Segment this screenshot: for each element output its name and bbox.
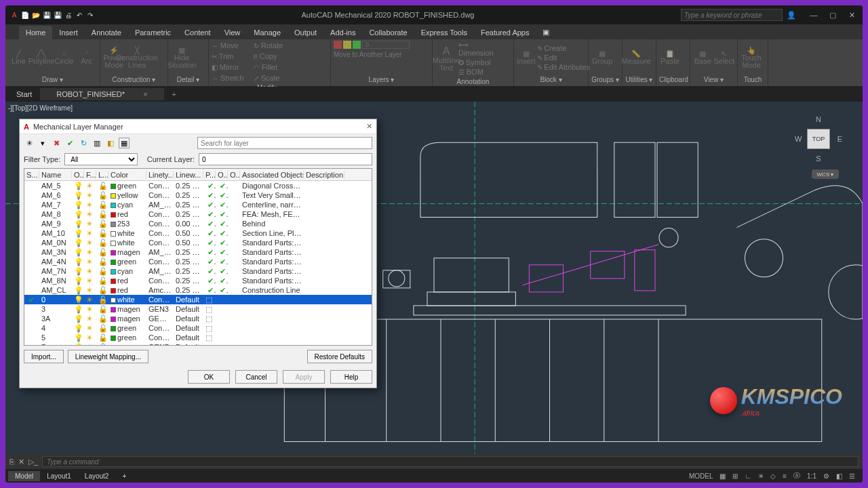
- block-edit-button[interactable]: ✎ Edit: [537, 53, 578, 62]
- status-custom-icon[interactable]: ☰: [847, 472, 857, 480]
- construction-lines-button[interactable]: ╳ConstructionLines: [126, 47, 148, 68]
- status-anno-icon[interactable]: Ⓐ: [791, 471, 802, 481]
- layer-row[interactable]: AM_8N💡☀🔓redContinu...0.25 mm✔✔Standard P…: [24, 276, 372, 285]
- plot-icon[interactable]: 🖨: [64, 10, 73, 20]
- copy-button[interactable]: ⎘ Copy: [254, 52, 294, 61]
- tab-layout2[interactable]: Layout2: [78, 471, 116, 481]
- measure-button[interactable]: 📏Measure: [625, 47, 647, 68]
- mtext-button[interactable]: AMultilineText: [435, 48, 457, 70]
- quick-access-toolbar[interactable]: A 📄 📂 💾 💾 🖨 ↶ ↷: [9, 10, 95, 20]
- panel-draw-label[interactable]: Draw ▾: [8, 75, 97, 85]
- layer-row[interactable]: AM_0N💡☀🔓whiteContinu...0.50 mm✔✔Standard…: [24, 238, 372, 247]
- new-icon[interactable]: 📄: [20, 10, 30, 20]
- command-input[interactable]: [42, 456, 859, 467]
- close-tab-icon[interactable]: ×: [135, 88, 155, 100]
- close-button[interactable]: ✕: [845, 11, 859, 20]
- layout-tabs[interactable]: Model Layout1 Layout2 + MODEL ▦ ⊞ ∟ ✳ ◇ …: [5, 469, 863, 483]
- group-button[interactable]: ▦Group: [591, 47, 613, 68]
- save-icon[interactable]: 💾: [42, 10, 52, 20]
- status-snap-icon[interactable]: ⊞: [730, 472, 740, 480]
- tab-model[interactable]: Model: [8, 471, 40, 481]
- tab-addins[interactable]: Add-ins: [323, 26, 362, 39]
- ok-button[interactable]: OK: [188, 370, 230, 384]
- layer-row[interactable]: ✔0💡☀🔓whiteContinu...Default⬚: [24, 295, 372, 304]
- move-layer-button[interactable]: Move to Another Layer: [334, 50, 429, 59]
- refresh-icon[interactable]: ↻: [78, 138, 89, 148]
- hide-situation-button[interactable]: ▦HideSituation: [171, 47, 193, 68]
- viewcube-top-face[interactable]: TOP: [807, 129, 830, 149]
- panel-utilities-label[interactable]: Utilities ▾: [625, 75, 653, 85]
- dialog-titlebar[interactable]: A Mechanical Layer Manager ✕: [20, 119, 376, 134]
- dropdown-icon[interactable]: ▾: [37, 138, 48, 148]
- polyline-button[interactable]: ╱╲Polyline: [31, 47, 52, 68]
- layer-row[interactable]: AM_6💡☀🔓yellowContinu...0.25 mm✔✔Text Ver…: [24, 190, 372, 200]
- lineweight-mapping-button[interactable]: Lineweight Mapping...: [68, 350, 149, 363]
- delete-layer-icon[interactable]: ✖: [51, 138, 62, 148]
- redo-icon[interactable]: ↷: [85, 10, 95, 20]
- tab-content[interactable]: Content: [178, 26, 218, 39]
- status-scale-icon[interactable]: 1:1: [805, 472, 818, 480]
- layer-row[interactable]: AM_8💡☀🔓redContinu...0.25 mm✔✔FEA: Mesh, …: [24, 209, 372, 219]
- tab-collaborate[interactable]: Collaborate: [362, 26, 414, 39]
- layer-row[interactable]: AM_5💡☀🔓greenContinu...0.25 mm✔✔Diagonal …: [24, 181, 372, 190]
- move-button[interactable]: ↔ Move: [212, 41, 252, 50]
- tab-manage[interactable]: Manage: [247, 26, 288, 39]
- status-model[interactable]: MODEL: [687, 472, 715, 480]
- filter-icon[interactable]: ◧: [105, 138, 116, 148]
- layer-row[interactable]: AM_9💡☀🔓253Continu...0.00 mm✔✔Behind: [24, 219, 372, 228]
- layer-row[interactable]: AM_3N💡☀🔓magenAM_ISO...0.25 mm✔✔Standard …: [24, 247, 372, 257]
- layer-dropdown[interactable]: 0: [362, 41, 410, 49]
- tab-start[interactable]: Start: [8, 88, 40, 100]
- layer-row[interactable]: 3💡☀🔓magenGEN3Default⬚: [24, 304, 372, 314]
- status-polar-icon[interactable]: ✳: [756, 472, 766, 480]
- app-menu-icon[interactable]: A: [9, 10, 19, 20]
- tab-express[interactable]: Express Tools: [414, 26, 474, 39]
- command-bar[interactable]: ⎘ ✕ ▷_: [5, 454, 863, 469]
- status-gear-icon[interactable]: ⚙: [821, 472, 831, 480]
- status-lw-icon[interactable]: ≡: [781, 472, 789, 480]
- scale-button[interactable]: ⤢ Scale: [254, 73, 294, 83]
- base-button[interactable]: ▦Base: [693, 47, 712, 68]
- tab-parametric[interactable]: Parametric: [128, 26, 178, 39]
- view-cube[interactable]: N S W E TOP: [795, 115, 842, 163]
- status-grid-icon[interactable]: ▦: [717, 472, 728, 480]
- tab-annotate[interactable]: Annotate: [85, 26, 128, 39]
- panel-block-label[interactable]: Block ▾: [517, 75, 585, 85]
- panel-construction-label[interactable]: Construction ▾: [103, 75, 165, 85]
- trim-button[interactable]: ✂ Trim: [212, 52, 252, 61]
- tab-insert[interactable]: Insert: [52, 26, 85, 39]
- layer-grid[interactable]: S... Name O... F... L... Color Linety...…: [24, 168, 372, 346]
- doc-tabs[interactable]: Start ROBOT_FINISHED* × +: [5, 87, 863, 102]
- new-layer-icon[interactable]: ✳: [24, 138, 35, 148]
- restore-defaults-button[interactable]: Restore Defaults: [307, 350, 372, 363]
- cmd-close-icon[interactable]: ✕: [18, 458, 24, 466]
- status-ortho-icon[interactable]: ∟: [743, 472, 753, 480]
- cmd-custom-icon[interactable]: ⎘: [9, 458, 14, 466]
- set-current-icon[interactable]: ✔: [64, 138, 75, 148]
- layer-search-input[interactable]: [197, 137, 372, 149]
- layer-row[interactable]: 4💡☀🔓greenContinu...Default⬚: [24, 323, 372, 333]
- tab-home[interactable]: Home: [19, 26, 52, 39]
- arc-button[interactable]: ◜Arc: [76, 47, 97, 68]
- layer-row[interactable]: 7💡☀🔓cyanGEN7Default⬚: [24, 342, 372, 345]
- minimize-button[interactable]: —: [807, 11, 821, 20]
- mirror-button[interactable]: ◧ Mirror: [212, 62, 252, 72]
- dialog-close-button[interactable]: ✕: [366, 122, 372, 131]
- layer-row[interactable]: 3A💡☀🔓magenGEN3ADefault⬚: [24, 314, 372, 323]
- line-button[interactable]: ╱Line: [8, 47, 29, 68]
- current-layer-field[interactable]: [199, 153, 372, 165]
- wcs-dropdown[interactable]: WCS ▾: [812, 169, 839, 179]
- states-icon[interactable]: ▥: [92, 138, 102, 148]
- settings-icon[interactable]: ▦: [119, 138, 130, 148]
- new-tab-button[interactable]: +: [164, 88, 180, 100]
- circle-button[interactable]: ○Circle: [54, 47, 75, 68]
- grid-header[interactable]: S... Name O... F... L... Color Linety...…: [24, 169, 372, 181]
- filter-type-select[interactable]: All: [64, 153, 138, 165]
- panel-layers-label[interactable]: Layers ▾: [334, 75, 429, 85]
- layer-row[interactable]: AM_7N💡☀🔓cyanAM_ISO...0.25 mm✔✔Standard P…: [24, 266, 372, 276]
- status-osnap-icon[interactable]: ◇: [768, 472, 778, 480]
- panel-groups-label[interactable]: Groups ▾: [591, 75, 619, 85]
- tab-output[interactable]: Output: [288, 26, 323, 39]
- add-layout-button[interactable]: +: [115, 471, 133, 481]
- status-iso-icon[interactable]: ◧: [834, 472, 844, 480]
